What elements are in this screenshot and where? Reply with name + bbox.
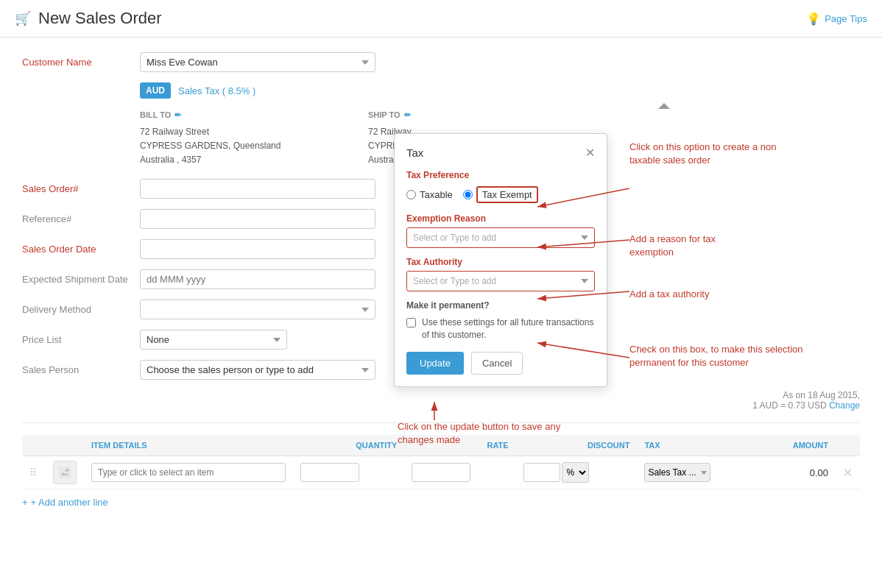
sales-order-input[interactable]: SO-00031 (140, 179, 375, 199)
col-drag (22, 435, 46, 456)
permanent-checkbox-label: Use these settings for all future transa… (422, 316, 595, 341)
sales-order-date-input[interactable]: 14 Sep 2015 (140, 239, 375, 259)
expected-shipment-input[interactable] (140, 269, 375, 289)
callout-tax-authority: Add a tax authority (629, 288, 709, 301)
reference-input[interactable] (140, 209, 375, 229)
tax-select[interactable]: Sales Tax ... (644, 463, 710, 482)
quantity-input[interactable]: 1.00 (300, 463, 359, 482)
col-quantity: QUANTITY (293, 435, 404, 456)
item-detail-input[interactable] (91, 463, 286, 482)
main-content: Customer Name Miss Eve Cowan AUD Sales T… (0, 38, 882, 523)
bill-to-block: BILL TO ✏ 72 Railway Street CYPRESS GARD… (140, 109, 368, 167)
drag-handle-icon[interactable]: ⠿ (29, 467, 37, 478)
modal-title: Tax (406, 146, 423, 159)
remove-row-button[interactable]: ✕ (843, 466, 853, 480)
col-item-details: ITEM DETAILS (84, 435, 293, 456)
discount-group: 0 % $ (523, 462, 630, 483)
page-title: New Sales Order (38, 9, 162, 28)
table-row: ⠿ 1.00 0.00 0 (22, 456, 860, 489)
lightbulb-icon: 💡 (806, 12, 821, 26)
price-list-select[interactable]: None (140, 330, 287, 350)
modal-actions: Update Cancel (406, 352, 595, 375)
permanent-checkbox[interactable] (406, 318, 416, 327)
currency-tax-row: AUD Sales Tax ( 8.5% ) (140, 82, 860, 99)
tax-exempt-option[interactable]: Tax Exempt (463, 186, 538, 203)
col-remove (836, 435, 860, 456)
col-img (46, 435, 84, 456)
item-image-placeholder (53, 461, 77, 484)
svg-rect-0 (59, 467, 71, 478)
page-tips-label: Page Tips (825, 13, 867, 24)
app-header: 🛒 New Sales Order 💡 Page Tips (0, 0, 882, 38)
tax-dropdown-caret (658, 103, 670, 109)
taxable-radio[interactable] (406, 190, 416, 199)
bill-to-label: BILL TO (140, 109, 171, 122)
sales-order-label: Sales Order# (22, 179, 140, 194)
ship-to-edit-icon[interactable]: ✏ (404, 109, 411, 122)
sales-person-select[interactable]: Choose the sales person or type to add (140, 360, 375, 380)
page-title-group: 🛒 New Sales Order (15, 9, 162, 28)
col-tax: TAX (637, 435, 759, 456)
exemption-reason-select[interactable]: Select or Type to add (406, 227, 595, 248)
callout-permanent: Check on this box, to make this selectio… (629, 343, 806, 369)
taxable-option[interactable]: Taxable (406, 189, 453, 200)
tax-authority-select[interactable]: Select or Type to add (406, 271, 595, 291)
tax-modal: Tax ✕ Tax Preference Taxable Tax Exempt … (394, 133, 607, 387)
delivery-method-label: Delivery Method (22, 300, 140, 315)
customer-name-row: Customer Name Miss Eve Cowan (22, 52, 860, 72)
tax-exempt-label: Tax Exempt (476, 186, 538, 203)
bill-address-line2: CYPRESS GARDENS, Queensland (140, 139, 368, 153)
customer-name-label: Customer Name (22, 52, 140, 68)
currency-badge[interactable]: AUD (140, 82, 171, 99)
permanent-checkbox-row: Use these settings for all future transa… (406, 316, 595, 341)
exchange-rate: As on 18 Aug 2015, 1 AUD = 0.73 USD Chan… (22, 390, 860, 411)
modal-close-button[interactable]: ✕ (585, 146, 595, 160)
modal-header: Tax ✕ (406, 146, 595, 160)
callout-update: Click on the update button to save any c… (398, 420, 574, 447)
page-tips-button[interactable]: 💡 Page Tips (806, 12, 867, 26)
discount-input[interactable]: 0 (523, 463, 560, 482)
tax-exempt-radio[interactable] (463, 190, 473, 199)
add-line-button[interactable]: + + Add another line (22, 497, 860, 508)
plus-icon: + (22, 497, 28, 508)
bill-to-edit-icon[interactable]: ✏ (174, 109, 181, 122)
expected-shipment-label: Expected Shipment Date (22, 269, 140, 285)
col-amount: AMOUNT (760, 435, 836, 456)
sales-person-label: Sales Person (22, 360, 140, 375)
exchange-rate-change-link[interactable]: Change (829, 400, 860, 411)
discount-type-select[interactable]: % $ (562, 462, 589, 483)
customer-name-select[interactable]: Miss Eve Cowan (140, 52, 375, 72)
sales-tax-link[interactable]: Sales Tax ( 8.5% ) (178, 85, 255, 96)
update-button[interactable]: Update (406, 352, 464, 375)
add-line-label: + Add another line (31, 497, 108, 508)
tax-preference-radio-group: Taxable Tax Exempt (406, 186, 595, 203)
exemption-reason-label: Exemption Reason (406, 213, 595, 224)
rate-input[interactable]: 0.00 (412, 463, 470, 482)
tax-preference-label: Tax Preference (406, 170, 595, 180)
make-permanent-label: Make it permanent? (406, 300, 595, 311)
exchange-rate-value: 1 AUD = 0.73 USD (752, 400, 826, 411)
reference-label: Reference# (22, 209, 140, 224)
ship-to-label: SHIP TO (368, 109, 401, 122)
tax-authority-label: Tax Authority (406, 257, 595, 267)
sales-order-date-label: Sales Order Date (22, 239, 140, 255)
delivery-method-select[interactable] (140, 300, 375, 319)
callout-exemption-reason: Add a reason for tax exemption (629, 233, 762, 259)
callout-non-taxable: Click on this option to create a non tax… (629, 141, 791, 167)
price-list-label: Price List (22, 330, 140, 345)
bill-address-line3: Australia , 4357 (140, 153, 368, 167)
svg-point-1 (66, 469, 68, 472)
cart-icon: 🛒 (15, 10, 31, 26)
taxable-label: Taxable (420, 189, 453, 200)
bill-address-line1: 72 Railway Street (140, 125, 368, 139)
amount-value: 0.00 (760, 456, 836, 489)
tax-authority-group: Tax Authority Select or Type to add (406, 257, 595, 291)
exemption-reason-group: Exemption Reason Select or Type to add (406, 213, 595, 248)
cancel-button[interactable]: Cancel (471, 352, 523, 375)
exchange-rate-text: As on 18 Aug 2015, (783, 390, 860, 400)
